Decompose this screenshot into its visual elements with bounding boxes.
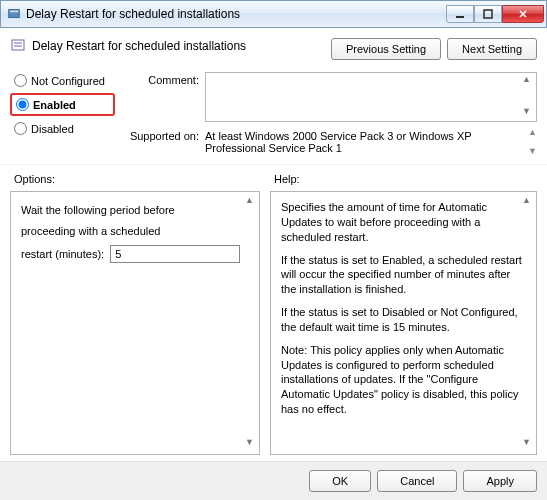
restart-minutes-label: restart (minutes): [21,244,104,265]
policy-header: Delay Restart for scheduled installation… [10,34,331,54]
help-paragraph: If the status is set to Disabled or Not … [281,305,526,335]
policy-title: Delay Restart for scheduled installation… [32,39,246,53]
policy-icon [10,38,26,54]
comment-label: Comment: [125,72,199,122]
scroll-down-icon[interactable]: ▼ [522,438,534,450]
help-pane: Specifies the amount of time for Automat… [270,191,537,455]
help-paragraph: If the status is set to Enabled, a sched… [281,253,526,298]
close-button[interactable] [502,5,544,23]
restart-minutes-input[interactable] [110,245,240,263]
ok-button[interactable]: OK [309,470,371,492]
radio-not-configured-label: Not Configured [31,75,105,87]
scroll-up-icon[interactable]: ▲ [245,196,257,208]
window-title: Delay Restart for scheduled installation… [26,7,446,21]
radio-enabled-input[interactable] [16,98,29,111]
radio-disabled[interactable]: Disabled [10,122,115,135]
svg-rect-2 [456,16,464,18]
divider [0,164,547,165]
svg-rect-1 [10,11,19,13]
previous-setting-button[interactable]: Previous Setting [331,38,441,60]
help-section-label: Help: [270,171,537,191]
app-icon [7,7,21,21]
radio-not-configured[interactable]: Not Configured [10,74,115,87]
minimize-button[interactable] [446,5,474,23]
supported-on-value: At least Windows 2000 Service Pack 3 or … [205,128,517,156]
radio-disabled-input[interactable] [14,122,27,135]
radio-enabled[interactable]: Enabled [10,93,115,116]
help-paragraph: Specifies the amount of time for Automat… [281,200,526,245]
apply-button[interactable]: Apply [463,470,537,492]
options-text-line: proceeding with a scheduled [21,221,249,242]
svg-rect-3 [484,10,492,18]
options-text-line: Wait the following period before [21,200,249,221]
radio-not-configured-input[interactable] [14,74,27,87]
dialog-footer: OK Cancel Apply [0,461,547,500]
options-pane: Wait the following period before proceed… [10,191,260,455]
radio-disabled-label: Disabled [31,123,74,135]
caption-buttons [446,5,544,23]
radio-enabled-label: Enabled [33,99,76,111]
next-setting-button[interactable]: Next Setting [447,38,537,60]
options-section-label: Options: [10,171,270,191]
scroll-up-icon[interactable]: ▲ [522,75,534,87]
scroll-down-icon[interactable]: ▼ [528,147,537,156]
svg-rect-4 [12,40,24,50]
scroll-up-icon[interactable]: ▲ [528,128,537,137]
titlebar: Delay Restart for scheduled installation… [0,0,547,28]
maximize-button[interactable] [474,5,502,23]
comment-textarea[interactable]: ▲ ▼ [205,72,537,122]
help-paragraph: Note: This policy applies only when Auto… [281,343,526,417]
cancel-button[interactable]: Cancel [377,470,457,492]
scroll-up-icon[interactable]: ▲ [522,196,534,208]
scroll-down-icon[interactable]: ▼ [245,438,257,450]
supported-on-label: Supported on: [125,128,199,156]
scroll-down-icon[interactable]: ▼ [522,107,534,119]
